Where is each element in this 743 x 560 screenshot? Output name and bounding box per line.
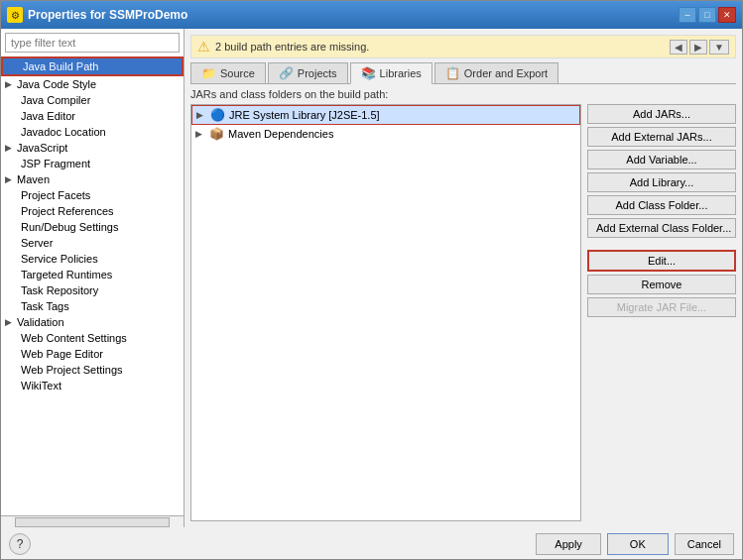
- tree-item-label-1: Java Code Style: [17, 78, 96, 90]
- nav-next-button[interactable]: ▶: [689, 40, 707, 55]
- tree-item-1[interactable]: ▶Java Code Style: [1, 76, 184, 92]
- build-item-icon-1: 📦: [209, 127, 224, 141]
- bottom-right: Apply OK Cancel: [536, 533, 734, 555]
- tree-item-label-5: JavaScript: [17, 142, 67, 154]
- tree-item-label-7: Maven: [17, 173, 50, 185]
- tree-item-13[interactable]: Targeted Runtimes: [1, 267, 184, 282]
- build-btn-3[interactable]: Add Library...: [587, 172, 736, 192]
- build-btn-6[interactable]: Edit...: [587, 250, 736, 272]
- tree-item-label-3: Java Editor: [21, 110, 75, 122]
- tree-item-15[interactable]: Task Tags: [1, 298, 184, 314]
- build-btn-4[interactable]: Add Class Folder...: [587, 195, 736, 215]
- build-area: ▶🔵JRE System Library [J2SE-1.5]▶📦Maven D…: [190, 104, 736, 521]
- tree-item-label-12: Service Policies: [21, 253, 98, 265]
- tab-icon-2: 📚: [361, 66, 376, 80]
- tree-item-10[interactable]: Run/Debug Settings: [1, 219, 184, 235]
- tab-order-and-export[interactable]: 📋Order and Export: [434, 62, 558, 83]
- tab-label-3: Order and Export: [464, 67, 548, 79]
- tree-item-label-11: Server: [21, 237, 53, 249]
- close-button[interactable]: ✕: [718, 7, 736, 23]
- left-scrollbar: [1, 515, 184, 527]
- nav-dropdown-button[interactable]: ▼: [709, 40, 729, 55]
- tab-libraries[interactable]: 📚Libraries: [350, 62, 433, 84]
- tree-item-label-9: Project References: [21, 205, 114, 217]
- tree-arrow-16: ▶: [5, 317, 15, 327]
- maximize-button[interactable]: □: [698, 7, 716, 23]
- ok-button[interactable]: OK: [607, 533, 669, 555]
- tab-label-0: Source: [220, 67, 255, 79]
- tree-item-7[interactable]: ▶Maven: [1, 171, 184, 187]
- tab-icon-1: 🔗: [279, 66, 294, 80]
- tree-arrow-5: ▶: [5, 143, 15, 153]
- tree-item-11[interactable]: Server: [1, 235, 184, 251]
- tree-item-16[interactable]: ▶Validation: [1, 314, 184, 330]
- minimize-button[interactable]: –: [679, 7, 696, 23]
- build-buttons: Add JARs...Add External JARs...Add Varia…: [587, 104, 736, 521]
- tree-item-0[interactable]: Java Build Path: [1, 56, 184, 76]
- tree-item-9[interactable]: Project References: [1, 203, 184, 219]
- tree-item-label-14: Task Repository: [21, 284, 98, 296]
- tree-item-label-17: Web Content Settings: [21, 332, 127, 344]
- warning-bar: ⚠ 2 build path entries are missing. ◀ ▶ …: [190, 35, 736, 58]
- right-panel: ⚠ 2 build path entries are missing. ◀ ▶ …: [185, 29, 742, 527]
- tree-item-label-13: Targeted Runtimes: [21, 269, 112, 280]
- tree-item-4[interactable]: Javadoc Location: [1, 124, 184, 140]
- tab-source[interactable]: 📁Source: [190, 62, 266, 83]
- build-btn-1[interactable]: Add External JARs...: [587, 127, 736, 147]
- tree-item-label-15: Task Tags: [21, 300, 69, 312]
- tree-item-12[interactable]: Service Policies: [1, 251, 184, 267]
- tab-label-1: Projects: [298, 67, 337, 79]
- tree-item-label-18: Web Page Editor: [21, 348, 103, 360]
- tree-item-label-10: Run/Debug Settings: [21, 221, 118, 233]
- nav-prev-button[interactable]: ◀: [670, 40, 687, 55]
- bottom-left: ?: [9, 533, 31, 555]
- tree-item-label-19: Web Project Settings: [21, 364, 123, 376]
- build-tree: ▶🔵JRE System Library [J2SE-1.5]▶📦Maven D…: [190, 104, 581, 521]
- tree-item-5[interactable]: ▶JavaScript: [1, 140, 184, 156]
- tree-item-19[interactable]: Web Project Settings: [1, 362, 184, 378]
- tree-item-17[interactable]: Web Content Settings: [1, 330, 184, 346]
- main-content: Java Build Path▶Java Code StyleJava Comp…: [1, 29, 742, 527]
- build-item-0[interactable]: ▶🔵JRE System Library [J2SE-1.5]: [191, 105, 580, 125]
- tree-arrow-1: ▶: [5, 79, 15, 89]
- cancel-button[interactable]: Cancel: [675, 533, 734, 555]
- section-label: JARs and class folders on the build path…: [190, 88, 736, 100]
- warning-text: 2 build path entries are missing.: [215, 41, 369, 53]
- build-item-label-0: JRE System Library [J2SE-1.5]: [229, 109, 380, 121]
- titlebar-left: ⚙ Properties for SSMProDemo: [7, 7, 187, 23]
- build-item-1[interactable]: ▶📦Maven Dependencies: [191, 125, 580, 143]
- build-btn-0[interactable]: Add JARs...: [587, 104, 736, 124]
- tree-item-20[interactable]: WikiText: [1, 378, 184, 393]
- horizontal-scroll[interactable]: [15, 517, 170, 527]
- build-item-arrow-0: ▶: [196, 110, 206, 120]
- build-item-label-1: Maven Dependencies: [228, 128, 333, 140]
- main-window: ⚙ Properties for SSMProDemo – □ ✕ Java B…: [0, 0, 743, 560]
- window-icon: ⚙: [7, 7, 23, 23]
- tab-icon-3: 📋: [445, 66, 460, 80]
- tree-item-label-0: Java Build Path: [23, 60, 98, 72]
- help-button[interactable]: ?: [9, 533, 31, 555]
- build-btn-2[interactable]: Add Variable...: [587, 150, 736, 169]
- tab-projects[interactable]: 🔗Projects: [268, 62, 348, 83]
- tree-item-14[interactable]: Task Repository: [1, 282, 184, 298]
- window-title: Properties for SSMProDemo: [28, 8, 187, 22]
- tree-item-label-4: Javadoc Location: [21, 126, 106, 138]
- tree-item-3[interactable]: Java Editor: [1, 108, 184, 124]
- bottom-bar: ? Apply OK Cancel: [1, 527, 742, 559]
- build-btn-5[interactable]: Add External Class Folder...: [587, 218, 736, 238]
- left-panel: Java Build Path▶Java Code StyleJava Comp…: [1, 29, 185, 527]
- apply-button[interactable]: Apply: [536, 533, 601, 555]
- tab-icon-0: 📁: [201, 66, 216, 80]
- build-btn-7[interactable]: Remove: [587, 275, 736, 294]
- tree-item-6[interactable]: JSP Fragment: [1, 156, 184, 171]
- tree-item-8[interactable]: Project Facets: [1, 187, 184, 203]
- filter-input[interactable]: [5, 33, 180, 53]
- tabs-row: 📁Source🔗Projects📚Libraries📋Order and Exp…: [190, 62, 736, 84]
- tree-item-label-6: JSP Fragment: [21, 158, 90, 169]
- build-btn-8: Migrate JAR File...: [587, 297, 736, 317]
- tree-item-2[interactable]: Java Compiler: [1, 92, 184, 108]
- nav-icons: ◀ ▶ ▼: [670, 40, 729, 55]
- tree-item-label-20: WikiText: [21, 380, 62, 392]
- build-item-arrow-1: ▶: [195, 129, 205, 139]
- tree-item-18[interactable]: Web Page Editor: [1, 346, 184, 362]
